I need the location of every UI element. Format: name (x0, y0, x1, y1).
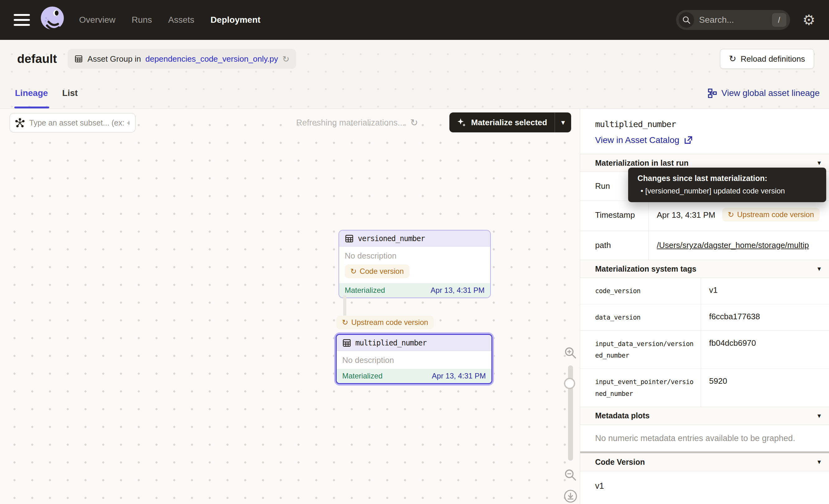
asset-node-versioned-number[interactable]: versioned_number No description ↻ Code v… (338, 230, 491, 298)
tooltip-title: Changes since last materialization: (638, 174, 822, 183)
title-row: default Asset Group in dependencies_code… (0, 40, 829, 78)
nav-menu: Overview Runs Assets Deployment (79, 15, 260, 25)
timestamp-value: Apr 13, 4:31 PM (657, 210, 715, 220)
system-tags-table: code_version v1 data_version f6ccba17763… (580, 278, 829, 407)
zoom-out-icon[interactable] (564, 468, 577, 482)
zoom-slider-handle[interactable] (564, 378, 575, 389)
code-version-value: v1 (580, 471, 829, 504)
nav-item-overview[interactable]: Overview (79, 15, 115, 25)
global-lineage-label: View global asset lineage (722, 88, 820, 98)
tooltip-item: [versioned_number] updated code version (638, 187, 822, 195)
asset-graph-canvas[interactable]: Refreshing materializations... ↻ Materia… (0, 109, 580, 504)
table-icon (345, 234, 354, 243)
table-row: data_version f6ccba177638 (580, 304, 829, 330)
tag-key: input_data_version/versioned_number (580, 331, 701, 369)
materialized-time: Apr 13, 4:31 PM (432, 372, 486, 380)
asset-group-chip: Asset Group in dependencies_code_version… (68, 49, 296, 69)
refreshing-label: Refreshing materializations... (296, 118, 404, 128)
lineage-graph-icon (707, 88, 717, 98)
page-title: default (17, 52, 57, 66)
reload-label: Reload definitions (741, 54, 805, 64)
storage-path-link[interactable]: /Users/sryza/dagster_home/storage/multip (657, 241, 809, 250)
chip-reload-icon[interactable]: ↻ (283, 55, 290, 63)
asset-name: multiplied_number (355, 338, 427, 347)
graph-edge (343, 295, 346, 316)
nav-right: / ⚙ (676, 10, 815, 30)
nav-item-deployment[interactable]: Deployment (211, 15, 260, 25)
materialized-status: Materialized (345, 286, 385, 295)
section-title: Metadata plots (595, 411, 650, 420)
code-version-icon: ↻ (342, 319, 348, 326)
section-header-materialization-system-tags[interactable]: Materialization system tags ▾ (580, 260, 829, 278)
changes-tooltip: Changes since last materialization: [ver… (628, 168, 826, 202)
tag-key: input_event_pointer/versioned_number (580, 369, 701, 407)
asset-description: No description (337, 351, 492, 369)
reload-definitions-button[interactable]: ↻ Reload definitions (720, 49, 814, 69)
zoom-in-icon[interactable] (564, 346, 577, 360)
code-file-link[interactable]: dependencies_code_version_only.py (145, 54, 278, 64)
code-version-icon: ↻ (728, 211, 734, 218)
op-selector-icon (15, 118, 25, 128)
view-global-asset-lineage-link[interactable]: View global asset lineage (707, 88, 820, 98)
chip-prefix: Asset Group in (87, 54, 141, 64)
materialize-label: Materialize selected (471, 118, 547, 128)
active-tab-indicator (14, 107, 49, 108)
top-nav: Overview Runs Assets Deployment / ⚙ (0, 0, 829, 40)
upstream-code-version-badge: ↻ Upstream code version (722, 208, 820, 221)
table-row: Timestamp Apr 13, 4:31 PM ↻ Upstream cod… (580, 201, 829, 231)
materialize-dropdown-button[interactable]: ▾ (555, 112, 571, 132)
dagster-logo-icon[interactable] (37, 4, 68, 36)
asset-node-multiplied-number[interactable]: multiplied_number No description Materia… (334, 332, 494, 386)
tabs-row: Lineage List View global asset lineage (0, 78, 829, 108)
node-footer: Materialized Apr 13, 4:31 PM (337, 369, 492, 383)
asset-subset-input[interactable] (29, 118, 130, 128)
node-header: versioned_number (339, 230, 490, 247)
section-header-code-version[interactable]: Code Version ▾ (580, 453, 829, 471)
materialized-time: Apr 13, 4:31 PM (431, 286, 484, 295)
settings-gear-icon[interactable]: ⚙ (802, 13, 815, 27)
zoom-slider[interactable] (568, 365, 573, 461)
tag-value: f6ccba177638 (701, 304, 829, 330)
reload-icon: ↻ (729, 55, 736, 63)
materialize-selected-button[interactable]: Materialize selected ▾ (449, 112, 571, 132)
asset-name: versioned_number (358, 234, 425, 243)
view-in-asset-catalog-link[interactable]: View in Asset Catalog (595, 135, 693, 145)
table-row: code_version v1 (580, 278, 829, 304)
tag-value: fb04dcb6970 (701, 331, 829, 369)
code-version-icon: ↻ (350, 267, 357, 275)
hamburger-menu-icon[interactable] (14, 14, 30, 26)
section-header-metadata-plots[interactable]: Metadata plots ▾ (580, 407, 829, 425)
table-icon (342, 338, 352, 348)
table-icon (74, 55, 83, 63)
tag-value: 5920 (701, 369, 829, 407)
node-header: multiplied_number (337, 335, 492, 351)
asset-subset-filter[interactable] (10, 113, 136, 132)
table-row: input_data_version/versioned_number fb04… (580, 330, 829, 369)
refreshing-status: Refreshing materializations... ↻ (296, 113, 418, 132)
selected-asset-name: multiplied_number (595, 119, 829, 129)
app-root: Overview Runs Assets Deployment / ⚙ defa… (0, 0, 829, 504)
nav-item-assets[interactable]: Assets (168, 15, 194, 25)
tab-list[interactable]: List (62, 88, 78, 98)
search-input[interactable] (698, 15, 755, 25)
nav-item-runs[interactable]: Runs (132, 15, 152, 25)
row-label: path (580, 231, 649, 260)
download-image-icon[interactable] (563, 489, 578, 504)
node-footer: Materialized Apr 13, 4:31 PM (339, 283, 490, 297)
catalog-link-label: View in Asset Catalog (595, 135, 679, 145)
tag-key: data_version (580, 304, 701, 330)
refresh-materializations-icon[interactable]: ↻ (410, 118, 418, 128)
search-shortcut-key: / (772, 13, 786, 27)
sparkle-icon (456, 117, 467, 128)
tab-lineage[interactable]: Lineage (15, 88, 48, 98)
chevron-down-icon: ▾ (561, 119, 565, 126)
materialized-status: Materialized (342, 372, 383, 380)
table-row: path /Users/sryza/dagster_home/storage/m… (580, 231, 829, 260)
metadata-plots-empty-text: No numeric metadata entries available to… (580, 425, 829, 452)
global-search[interactable]: / (676, 10, 790, 30)
section-title: Code Version (595, 458, 645, 467)
asset-description: No description (339, 247, 490, 261)
graph-zoom-controls (562, 346, 579, 504)
tag-key: code_version (580, 278, 701, 304)
chevron-down-icon: ▾ (818, 159, 821, 166)
